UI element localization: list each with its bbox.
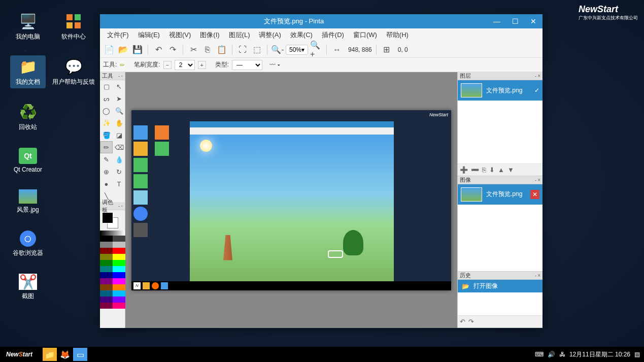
type-select[interactable]: — [232,60,262,70]
color-cell[interactable] [100,242,113,248]
new-button[interactable]: 📄 [103,44,115,56]
menu-image[interactable]: 图像(I) [196,29,223,41]
minimize-icon[interactable]: - [535,177,536,183]
minimize-icon[interactable]: - [118,203,120,209]
add-layer-button[interactable]: ➕ [460,166,468,174]
color-cell[interactable] [100,284,113,290]
color-cell[interactable] [100,248,113,254]
crop-button[interactable]: ⛶ [236,44,249,56]
menu-view[interactable]: 视图(V) [165,29,195,41]
tool-ellipse-select[interactable]: ◯ [100,105,113,117]
color-cell[interactable] [113,272,125,278]
open-button[interactable]: 📂 [117,44,129,56]
volume-icon[interactable]: 🔊 [548,351,555,358]
color-cell[interactable] [113,303,125,309]
tray-menu-icon[interactable]: ▤ [634,351,640,358]
tool-fill[interactable]: 🪣 [100,129,113,141]
tool-gradient[interactable]: ◪ [113,129,125,141]
color-cell[interactable] [100,297,113,303]
tool-recolor[interactable]: ↻ [113,166,125,178]
paste-button[interactable]: 📋 [216,44,228,56]
color-cell[interactable] [113,236,125,242]
minimize-button[interactable]: — [488,14,506,28]
minimize-icon[interactable]: - [535,73,536,79]
desktop-icon-qtcreator[interactable]: Qt Qt Creator [10,146,46,175]
color-swatches[interactable] [100,210,125,231]
redo-button[interactable]: ↷ [166,44,179,56]
duplicate-layer-button[interactable]: ⎘ [482,166,486,174]
color-cell[interactable] [100,303,113,309]
menu-adjust[interactable]: 调整(A) [255,29,285,41]
desktop-icon-image[interactable]: 风景.jpg [10,187,46,216]
brush-plus-button[interactable]: + [198,61,206,69]
close-icon[interactable]: × [537,177,540,183]
close-icon[interactable]: × [537,73,540,79]
tool-eraser[interactable]: ⌫ [113,141,125,153]
color-cell[interactable] [100,236,113,242]
menu-window[interactable]: 窗口(W) [349,29,381,41]
menu-edit[interactable]: 编辑(E) [134,29,164,41]
desktop-icon-mycomputer[interactable]: 🖥️ 我的电脑 [10,10,46,43]
close-image-button[interactable]: ✕ [530,190,539,199]
canvas-area[interactable]: NewStart [125,72,457,328]
desktop-icon-help[interactable]: 💬 用户帮助与反馈 [56,55,91,88]
color-cell[interactable] [113,242,125,248]
color-cell[interactable] [113,254,125,260]
color-cell[interactable] [100,272,113,278]
desktop-icon-screenshot[interactable]: ✂️ 截图 [10,272,46,303]
zoom-in-button[interactable]: 🔍+ [310,44,322,56]
tool-wand[interactable]: ✨ [100,117,113,129]
menu-plugins[interactable]: 插件(D) [318,29,348,41]
color-cell[interactable] [113,278,125,284]
menu-effects[interactable]: 效果(C) [286,29,317,41]
visibility-icon[interactable]: ✓ [534,87,539,94]
style-dropdown[interactable]: 〰 ▾ [269,61,280,69]
detach-icon[interactable]: ▫ [121,73,123,79]
brush-minus-button[interactable]: − [163,61,172,69]
taskbar-firefox[interactable]: 🦊 [58,348,72,361]
keyboard-icon[interactable]: ⌨ [535,351,544,358]
color-cell[interactable] [113,290,125,297]
tool-pan[interactable]: ✋ [113,117,125,129]
taskbar-files[interactable]: 📁 [43,348,57,361]
menu-file[interactable]: 文件(F) [103,29,133,41]
merge-layer-button[interactable]: ⬇ [489,166,495,174]
color-cell[interactable] [100,260,113,266]
copy-button[interactable]: ⎘ [201,44,214,56]
tool-pencil[interactable]: ✎ [100,153,113,166]
tool-picker[interactable]: 💧 [113,153,125,166]
cut-button[interactable]: ✂ [187,44,199,56]
color-cell[interactable] [100,290,113,297]
color-cell[interactable] [100,278,113,284]
close-icon[interactable]: × [537,273,540,278]
desktop-icon-chrome[interactable]: ○ 谷歌浏览器 [10,228,46,259]
tool-clone[interactable]: ⊕ [100,166,113,178]
color-cell[interactable] [113,260,125,266]
titlebar[interactable]: 文件预览.png - Pinta — ☐ ✕ [100,14,543,28]
close-button[interactable]: ✕ [524,14,543,28]
tool-brush[interactable]: ✏ [100,141,113,153]
tool-zoom[interactable]: 🔍 [113,105,125,117]
color-cell[interactable] [113,284,125,290]
gray-ramp[interactable] [100,231,125,236]
taskbar-app[interactable]: ▭ [73,348,87,361]
undo-button[interactable]: ↶ [460,318,465,325]
foreground-color[interactable] [102,212,113,223]
color-cell[interactable] [100,254,113,260]
color-cell[interactable] [113,248,125,254]
tool-move-sel[interactable]: ➤ [113,92,125,105]
minimize-icon[interactable]: - [118,73,120,79]
image-item[interactable]: 文件预览.png ✕ [458,184,543,205]
desktop-icon-software[interactable]: 软件中心 [56,10,91,43]
layer-item[interactable]: 文件预览.png ✓ [458,80,543,101]
save-button[interactable]: 💾 [131,44,144,56]
redo-button[interactable]: ↷ [468,318,474,325]
menu-layer[interactable]: 图层(L) [225,29,254,41]
color-cell[interactable] [100,266,113,272]
zoom-out-button[interactable]: 🔍- [272,44,284,56]
move-down-button[interactable]: ▼ [507,166,514,174]
desktop-icon-mydocs[interactable]: 📁 我的文档 [10,55,46,88]
start-button[interactable]: NewStart [0,351,39,358]
tool-shapes[interactable]: ● [100,178,113,190]
canvas[interactable]: NewStart [131,110,451,290]
